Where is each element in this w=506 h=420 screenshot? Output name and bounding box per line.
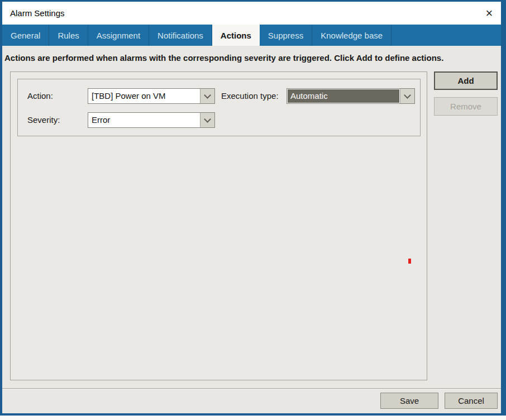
tab-content-actions: Actions are performed when alarms with t… bbox=[2, 46, 501, 413]
action-dropdown-button[interactable] bbox=[200, 89, 214, 103]
execution-type-dropdown-value: Automatic bbox=[288, 89, 399, 103]
tab-bar: General Rules Assignment Notifications A… bbox=[2, 25, 501, 46]
severity-dropdown[interactable]: Error bbox=[88, 112, 215, 128]
chevron-down-icon bbox=[404, 92, 411, 99]
tab-label: General bbox=[11, 31, 40, 40]
action-dropdown[interactable]: [TBD] Power on VM bbox=[88, 88, 215, 104]
tab-label: Knowledge base bbox=[321, 31, 383, 40]
execution-type-label: Execution type: bbox=[221, 88, 279, 104]
severity-label: Severity: bbox=[27, 112, 60, 128]
action-item-row: Action: [TBD] Power on VM Execution type… bbox=[17, 79, 421, 136]
remove-button[interactable]: Remove bbox=[434, 97, 498, 116]
tab-assignment[interactable]: Assignment bbox=[88, 25, 149, 46]
tab-suppress[interactable]: Suppress bbox=[260, 25, 312, 46]
dialog-title: Alarm Settings bbox=[10, 8, 65, 18]
tab-label: Rules bbox=[58, 31, 79, 40]
tab-knowledge-base[interactable]: Knowledge base bbox=[312, 25, 392, 46]
tab-label: Notifications bbox=[157, 31, 203, 40]
tab-notifications[interactable]: Notifications bbox=[149, 25, 212, 46]
title-bar: Alarm Settings × bbox=[2, 2, 501, 25]
action-label: Action: bbox=[27, 88, 53, 104]
add-button[interactable]: Add bbox=[434, 71, 498, 90]
cancel-button[interactable]: Cancel bbox=[445, 393, 498, 409]
close-icon: × bbox=[486, 7, 493, 20]
close-button[interactable]: × bbox=[482, 6, 497, 21]
save-button[interactable]: Save bbox=[380, 393, 438, 409]
footer-divider bbox=[2, 388, 501, 389]
chevron-down-icon bbox=[204, 92, 211, 99]
alarm-settings-dialog: Alarm Settings × General Rules Assignmen… bbox=[0, 0, 506, 416]
chevron-down-icon bbox=[204, 116, 211, 123]
tab-label: Suppress bbox=[268, 31, 303, 40]
execution-type-dropdown-button[interactable] bbox=[400, 89, 414, 103]
tab-label: Actions bbox=[221, 31, 251, 40]
tab-general[interactable]: General bbox=[2, 25, 49, 46]
tab-actions[interactable]: Actions bbox=[212, 25, 260, 46]
severity-dropdown-button[interactable] bbox=[200, 113, 214, 127]
action-dropdown-value: [TBD] Power on VM bbox=[88, 89, 200, 103]
actions-description: Actions are performed when alarms with t… bbox=[4, 53, 443, 63]
severity-dropdown-value: Error bbox=[88, 113, 200, 127]
screen: Alarm Settings × General Rules Assignmen… bbox=[0, 0, 506, 420]
actions-list-panel: Action: [TBD] Power on VM Execution type… bbox=[10, 71, 427, 380]
tab-label: Assignment bbox=[97, 31, 140, 40]
tab-rules[interactable]: Rules bbox=[49, 25, 88, 46]
execution-type-dropdown[interactable]: Automatic bbox=[287, 88, 415, 104]
red-pixel-artifact bbox=[408, 259, 411, 264]
